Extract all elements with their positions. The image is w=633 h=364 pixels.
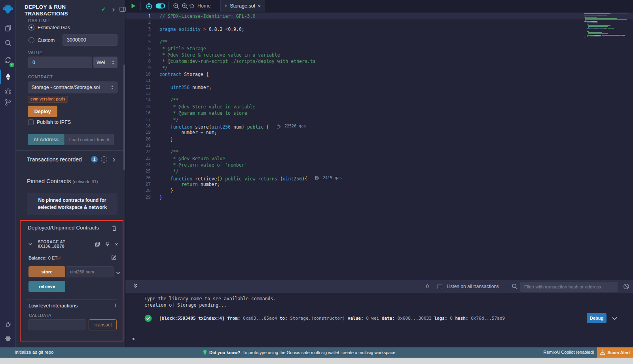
divider xyxy=(16,173,125,173)
code-line[interactable]: 7 * @dev Store & retrieve value in a var… xyxy=(125,52,633,58)
sidebar-item-plugin-manager[interactable] xyxy=(0,320,16,329)
custom-gas-option[interactable]: Custom xyxy=(28,37,55,43)
low-level-info-icon[interactable]: i xyxy=(115,302,116,308)
zoom-in-button[interactable] xyxy=(182,0,188,12)
ai-copilot-button[interactable] xyxy=(145,0,153,12)
code-line[interactable]: 23 * @dev Return value xyxy=(125,155,633,162)
remix-logo[interactable] xyxy=(0,3,16,15)
code-line[interactable]: 27 return number; xyxy=(125,181,633,188)
zoom-out-button[interactable] xyxy=(173,0,180,12)
code-line[interactable]: 9 */ xyxy=(125,65,633,71)
code-line[interactable]: 29} xyxy=(125,194,633,201)
code-line[interactable]: 24 * @return value of 'number' xyxy=(125,162,633,168)
debug-button[interactable]: Debug xyxy=(587,313,606,323)
tx-expand-chevron-icon[interactable] xyxy=(612,315,617,322)
copilot-status[interactable]: RemixAI Copilot (enabled) xyxy=(544,350,594,355)
store-button[interactable]: store xyxy=(28,266,65,277)
warning-icon xyxy=(600,350,605,355)
transact-button[interactable]: Transact xyxy=(89,319,117,330)
copy-icon[interactable] xyxy=(95,241,100,247)
code-line[interactable]: 25 */ xyxy=(125,168,633,174)
estimated-gas-radio[interactable] xyxy=(28,25,34,30)
sidebar-item-debugger[interactable] xyxy=(0,86,16,96)
terminal-collapse-icon[interactable] xyxy=(133,283,138,290)
transactions-expand-chevron-icon[interactable] xyxy=(112,157,116,164)
estimated-gas-option[interactable]: Estimated Gas xyxy=(28,25,70,30)
code-line[interactable]: 6 * @title Storage xyxy=(125,46,633,52)
pin-panel-icon[interactable] xyxy=(119,6,126,14)
instance-expand-chevron-icon[interactable] xyxy=(28,243,32,246)
code-line[interactable]: 5/** xyxy=(125,39,633,45)
listen-all-checkbox[interactable] xyxy=(437,284,442,289)
code-line[interactable]: 14 /** xyxy=(125,97,633,103)
transaction-log-row[interactable]: [block:5583405 txIndex:4] from: 0xa03...… xyxy=(144,312,617,324)
code-line[interactable]: 4 xyxy=(125,32,633,39)
sidebar-item-settings[interactable] xyxy=(0,334,16,343)
code-line[interactable]: 22 /** xyxy=(125,149,633,155)
code-line[interactable]: 15 * @dev Store value in variable xyxy=(125,104,633,110)
code-line[interactable]: 16 * @param num value to store xyxy=(125,110,633,116)
sidebar-item-solidity-compiler[interactable]: ✓ xyxy=(0,55,16,66)
pin-icon[interactable] xyxy=(105,241,110,247)
pinned-contracts-title: Pinned Contracts (network: 31) xyxy=(27,178,98,184)
value-input[interactable] xyxy=(28,57,92,68)
git-init-button[interactable]: Initialize as git repo xyxy=(15,350,53,355)
copilot-toggle[interactable] xyxy=(155,0,165,12)
terminal-search-icon[interactable] xyxy=(512,283,518,291)
code-line[interactable]: 28 } xyxy=(125,188,633,194)
terminal-body[interactable]: Type the library name to see available c… xyxy=(125,293,633,347)
tab-close-icon[interactable]: × xyxy=(258,3,261,9)
code-line[interactable]: 21 xyxy=(125,142,633,149)
code-line[interactable]: 19 number = num; xyxy=(125,129,633,136)
transactions-info-icon[interactable]: i xyxy=(101,156,107,163)
terminal-filter-input[interactable] xyxy=(520,282,618,292)
code-line[interactable]: 1// SPDX-License-Identifier: GPL-3.0 xyxy=(125,13,633,19)
code-line[interactable]: 18 function store(uint256 num) public { … xyxy=(125,123,633,129)
code-line[interactable]: 26 function retrieve() public view retur… xyxy=(125,175,633,181)
code-line[interactable]: 10contract Storage { xyxy=(125,71,633,78)
sidebar-item-file-explorer[interactable] xyxy=(0,23,16,32)
contract-selected: Storage - contracts/Storage.sol xyxy=(32,85,100,90)
publish-ipfs-row[interactable]: Publish to IPFS xyxy=(28,119,71,125)
code-line[interactable]: 20 } xyxy=(125,136,633,142)
scam-alert-button[interactable]: Scam Alert xyxy=(597,347,633,358)
tab-storage-sol[interactable]: Storage.sol × xyxy=(220,0,265,12)
code-line[interactable]: 17 */ xyxy=(125,117,633,123)
calldata-input[interactable] xyxy=(28,319,85,330)
code-editor[interactable]: 1// SPDX-License-Identifier: GPL-3.023pr… xyxy=(125,12,633,280)
code-line[interactable]: 2 xyxy=(125,19,633,26)
code-line[interactable]: 8 * @custom:dev-run-script ./scripts/dep… xyxy=(125,58,633,64)
at-address-button[interactable]: At Address xyxy=(28,134,64,145)
publish-ipfs-checkbox[interactable] xyxy=(28,119,34,125)
code-line[interactable]: 11 xyxy=(125,78,633,84)
retrieve-button[interactable]: retrieve xyxy=(28,281,65,292)
line-text: function store(uint256 num) public { 225… xyxy=(159,123,306,129)
value-unit-select[interactable]: Wei xyxy=(93,57,118,68)
store-expand-chevron-icon[interactable] xyxy=(116,269,120,276)
panel-collapse-chevron-icon[interactable] xyxy=(112,7,115,14)
minimap[interactable] xyxy=(584,13,628,38)
contract-instance-row[interactable]: STORAGE AT 0X136...8B78 × xyxy=(28,240,118,248)
sidebar-item-deploy-run[interactable] xyxy=(0,71,16,82)
code-line[interactable]: 13 xyxy=(125,91,633,97)
tab-home[interactable]: Home xyxy=(189,0,210,12)
deploy-button[interactable]: Deploy xyxy=(28,106,57,117)
at-address-input[interactable] xyxy=(65,134,114,145)
clear-console-icon[interactable] xyxy=(623,283,629,291)
sidebar-item-git[interactable] xyxy=(0,97,16,107)
store-arg-input[interactable] xyxy=(66,266,114,277)
edit-balance-icon[interactable] xyxy=(111,255,116,261)
custom-gas-input[interactable] xyxy=(63,34,118,46)
divider xyxy=(16,150,125,151)
custom-gas-radio[interactable] xyxy=(28,37,34,43)
gear-icon xyxy=(4,335,12,343)
bug-icon xyxy=(4,87,12,95)
remove-instance-icon[interactable]: × xyxy=(115,242,118,247)
contract-select[interactable]: Storage - contracts/Storage.sol xyxy=(28,82,118,93)
panel-scrollbar[interactable] xyxy=(123,64,125,170)
clear-instances-trash-icon[interactable] xyxy=(112,225,117,233)
run-script-button[interactable] xyxy=(131,0,136,12)
sidebar-item-search[interactable] xyxy=(0,38,16,47)
code-line[interactable]: 3pragma solidity >=0.8.2 <0.9.0; xyxy=(125,26,633,32)
code-line[interactable]: 12 uint256 number; xyxy=(125,84,633,91)
